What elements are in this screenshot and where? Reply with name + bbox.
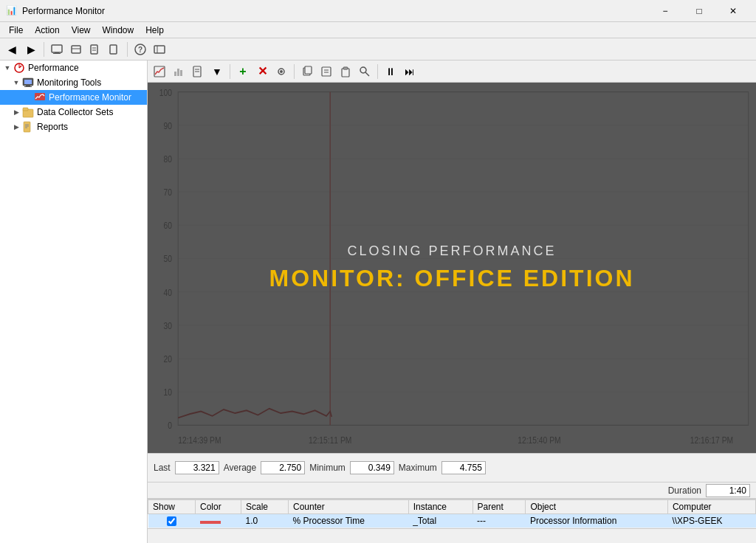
main-toolbar: ◀ ▶ ? <box>0 38 756 60</box>
zoom-btn[interactable] <box>356 63 374 80</box>
main-layout: ▼ Performance ▼ Monitorin <box>0 60 756 543</box>
svg-rect-11 <box>154 46 165 53</box>
toolbar-sep-1 <box>44 42 44 57</box>
back-button[interactable]: ◀ <box>3 41 21 58</box>
minimum-label: Minimum <box>309 463 346 473</box>
average-value <box>261 461 305 474</box>
closing-overlay: CLOSING PERFORMANCE MONITOR: OFFICE EDIT… <box>148 83 756 453</box>
monitoring-tools-icon <box>22 77 34 89</box>
toolbar-btn-5[interactable] <box>151 41 168 58</box>
stats-bar: Last Average Minimum Maximum <box>148 453 756 483</box>
computer-button[interactable] <box>48 41 66 58</box>
menu-view[interactable]: View <box>66 24 97 37</box>
menu-action[interactable]: Action <box>29 24 65 37</box>
delete-counter-btn[interactable]: ✕ <box>253 63 271 80</box>
sidebar-item-performance[interactable]: ▼ Performance <box>0 60 147 75</box>
svg-rect-23 <box>24 122 30 132</box>
col-color: Color <box>196 500 241 514</box>
svg-rect-22 <box>23 108 28 111</box>
chart-area: 100 90 80 70 60 50 40 30 20 10 0 12:14:3… <box>148 83 756 453</box>
toolbar-btn-4[interactable] <box>106 41 123 58</box>
sidebar-item-reports[interactable]: ▶ Reports <box>0 120 147 134</box>
monitor-btn-dropdown[interactable]: ▼ <box>208 63 226 80</box>
col-object: Object <box>526 500 667 514</box>
svg-rect-5 <box>91 45 97 54</box>
forward-button[interactable]: ▶ <box>22 41 40 58</box>
row-show[interactable] <box>148 514 196 528</box>
row-color <box>196 514 241 528</box>
svg-rect-17 <box>24 80 32 84</box>
duration-label: Duration <box>668 485 701 496</box>
menu-help[interactable]: Help <box>140 24 170 37</box>
menu-file[interactable]: File <box>3 24 29 37</box>
row-object: Processor Information <box>526 514 667 528</box>
overlay-title: MONITOR: OFFICE EDITION <box>269 265 634 292</box>
color-swatch <box>200 521 221 524</box>
app-icon: 📊 <box>6 5 18 17</box>
svg-rect-38 <box>322 67 331 76</box>
svg-rect-37 <box>305 66 312 74</box>
reports-icon <box>22 121 34 133</box>
restore-button[interactable]: □ <box>682 0 716 22</box>
row-computer: \\XPS-GEEK <box>667 514 755 528</box>
menu-window[interactable]: Window <box>97 24 140 37</box>
sidebar-label-perf-monitor: Performance Monitor <box>49 92 131 103</box>
show-checkbox[interactable] <box>167 516 176 526</box>
expand-icon-monitoring: ▼ <box>12 78 21 87</box>
close-button[interactable]: ✕ <box>716 0 750 22</box>
next-btn[interactable]: ⏭ <box>401 63 419 80</box>
monitor-sep-3 <box>377 64 378 79</box>
sidebar-item-monitoring-tools[interactable]: ▼ Monitoring Tools <box>0 75 147 90</box>
svg-rect-8 <box>110 45 117 54</box>
table-header-row: Show Color Scale Counter Instance Parent… <box>148 500 756 514</box>
sidebar: ▼ Performance ▼ Monitorin <box>0 60 148 543</box>
maximum-value <box>441 461 486 474</box>
toolbar-sep-2 <box>127 42 128 57</box>
svg-text:?: ? <box>138 46 142 54</box>
window-controls: − □ ✕ <box>648 0 750 22</box>
svg-point-43 <box>360 67 366 73</box>
toolbar-btn-3[interactable] <box>86 41 104 58</box>
pause-btn[interactable]: ⏸ <box>382 63 399 80</box>
counter-table: Show Color Scale Counter Instance Parent… <box>148 499 756 528</box>
row-scale: 1.0 <box>241 514 289 528</box>
paste-btn[interactable] <box>337 63 354 80</box>
duration-value <box>706 484 750 497</box>
toolbar-btn-2[interactable] <box>67 41 85 58</box>
monitor-report-btn[interactable] <box>189 63 207 80</box>
svg-rect-30 <box>180 70 182 76</box>
row-parent: --- <box>472 514 526 528</box>
content-area: ▼ + ✕ ⏸ ⏭ <box>148 60 756 543</box>
svg-rect-18 <box>26 86 30 86</box>
menu-bar: File Action View Window Help <box>0 22 756 38</box>
copy-image-btn[interactable] <box>298 63 316 80</box>
window-title: Performance Monitor <box>22 6 648 16</box>
svg-rect-42 <box>343 67 348 69</box>
last-value <box>175 461 219 474</box>
performance-icon <box>13 62 25 74</box>
svg-point-35 <box>280 70 283 73</box>
status-bar <box>148 528 756 543</box>
col-counter: Counter <box>289 500 409 514</box>
copy-data-btn[interactable] <box>317 63 335 80</box>
expand-icon-reports: ▶ <box>12 122 21 131</box>
add-counter-btn[interactable]: + <box>234 63 252 80</box>
sidebar-item-data-collector[interactable]: ▶ Data Collector Sets <box>0 105 147 120</box>
monitor-histogram-btn[interactable] <box>170 63 188 80</box>
monitor-sep-2 <box>294 64 295 79</box>
svg-rect-29 <box>177 69 179 76</box>
monitor-toolbar: ▼ + ✕ ⏸ ⏭ <box>148 60 756 83</box>
sidebar-label-reports: Reports <box>37 122 68 132</box>
perf-monitor-icon <box>34 91 46 103</box>
monitor-view-btn[interactable] <box>151 63 168 80</box>
sidebar-item-perf-monitor[interactable]: ▶ Performance Monitor <box>0 90 147 105</box>
minimize-button[interactable]: − <box>648 0 682 22</box>
sidebar-label-monitoring: Monitoring Tools <box>37 77 101 88</box>
properties-btn[interactable] <box>272 63 290 80</box>
counter-table-container: Show Color Scale Counter Instance Parent… <box>148 499 756 528</box>
table-row[interactable]: 1.0 % Processor Time _Total --- Processo… <box>148 514 756 528</box>
svg-rect-19 <box>24 86 32 87</box>
title-bar: 📊 Performance Monitor − □ ✕ <box>0 0 756 22</box>
svg-rect-3 <box>72 46 80 53</box>
help-button[interactable]: ? <box>131 41 149 58</box>
